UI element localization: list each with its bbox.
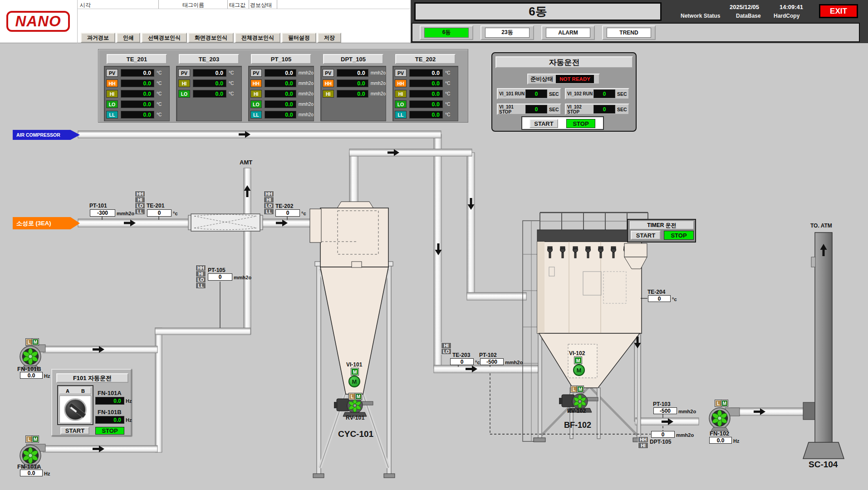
unit-label: °C: [157, 70, 162, 75]
panel-te202: TE_202 PV0.0°CHH0.0°CHI0.0°CLO0.0°CLL0.0…: [392, 49, 458, 123]
rv102-lm-indicator: LM: [571, 386, 584, 392]
limit-value[interactable]: 0.0: [409, 111, 443, 119]
toolbar-button[interactable]: 과거경보: [81, 33, 115, 43]
limit-value[interactable]: 0.0: [121, 69, 154, 77]
pt102-label: PT-102: [479, 352, 497, 358]
panel-row: LO0.0°C: [395, 100, 458, 108]
date-display: 2025/12/05: [730, 4, 759, 10]
limit-value[interactable]: 0.0: [265, 90, 296, 98]
pt105-field-label: PT-105: [208, 267, 226, 273]
panel-title[interactable]: TE_203: [179, 54, 239, 64]
timer-value[interactable]: 0: [593, 105, 615, 114]
alarm-limit-cell: LO: [264, 203, 274, 209]
panel-title[interactable]: PT_105: [251, 54, 311, 64]
pt103-value: -500: [653, 407, 677, 414]
limit-value[interactable]: 0.0: [193, 79, 226, 87]
panel-row: PV0.0°C: [395, 69, 458, 77]
limit-value[interactable]: 0.0: [265, 69, 296, 77]
te201-value: 0: [147, 209, 172, 217]
scada-screen: NANO 시각 태그이름 태그값 경보상태 과거경보인쇄선택경보인식화면경보인식…: [0, 0, 868, 490]
limit-value[interactable]: 0.0: [193, 90, 226, 98]
alarm-limit-cell: HI: [638, 442, 648, 449]
limit-value[interactable]: 0.0: [409, 100, 443, 108]
limit-tag: LL: [250, 111, 262, 119]
timer-stop-button[interactable]: STOP: [664, 231, 694, 240]
unit-label: mmh2o: [678, 409, 696, 414]
limit-value[interactable]: 0.0: [121, 100, 154, 108]
limit-value[interactable]: 0.0: [409, 69, 443, 77]
toolbar-button[interactable]: 인쇄: [117, 33, 140, 43]
te204-value: 0: [648, 295, 671, 302]
unit-label: °C: [157, 112, 162, 117]
nav-button[interactable]: 6동: [424, 28, 469, 38]
te203-field-value: 0: [450, 358, 474, 365]
nav-button[interactable]: 23동: [485, 28, 530, 38]
nav-strip: 6동 23동 ALARM TREND: [412, 23, 860, 42]
rv101-label: RV-101: [346, 415, 364, 421]
panel-body: PV0.0°CHH0.0°CHI0.0°CLO0.0°CLL0.0°C: [392, 66, 458, 121]
dpt105-label: DPT-105: [650, 439, 671, 445]
limit-value[interactable]: 0.0: [265, 79, 296, 87]
limit-value[interactable]: 0.0: [409, 90, 443, 98]
toolbar-button[interactable]: 선택경보인식: [142, 33, 187, 43]
alarm-limit-cell: LL: [135, 208, 145, 215]
panel-title[interactable]: DPT_105: [323, 54, 383, 64]
vi101-motor-icon: M: [348, 376, 360, 387]
panel-title[interactable]: TE_201: [107, 54, 167, 64]
toolbar-button[interactable]: 화면경보인식: [188, 33, 234, 43]
limit-value[interactable]: 0.0: [409, 79, 443, 87]
panel-row: HH0.0°C: [106, 79, 169, 87]
limit-value[interactable]: 0.0: [265, 111, 296, 119]
alarm-limit-cell: HI: [441, 342, 451, 349]
limit-value[interactable]: 0.0: [121, 90, 154, 98]
limit-value[interactable]: 0.0: [121, 111, 154, 119]
toolbar-button[interactable]: 전체경보인식: [235, 33, 280, 43]
exit-button[interactable]: EXIT: [819, 4, 858, 18]
alarm-limit-cell: HI: [264, 197, 274, 203]
pt101-label: PT-101: [89, 203, 107, 209]
unit-label: °C: [157, 81, 162, 86]
f101-stop-button[interactable]: STOP: [95, 427, 124, 435]
kiln-banner: 소성로 (3EA): [13, 217, 80, 229]
auto-start-button[interactable]: START: [530, 119, 558, 128]
timer-label: VI_101 RUN: [499, 91, 525, 96]
timer-field: VI_102 RUN 0 SEC: [565, 88, 629, 99]
f101-start-button[interactable]: START: [60, 427, 89, 435]
fn101a-lm-indicator: LM: [26, 436, 39, 442]
nano-logo: NANO: [6, 11, 70, 32]
selector-knob[interactable]: [64, 398, 87, 421]
ready-label: 준비상태: [530, 75, 553, 83]
limit-value[interactable]: 0.0: [193, 69, 226, 77]
toolbar-button[interactable]: 필터설정: [282, 33, 316, 43]
limit-value[interactable]: 0.0: [121, 79, 154, 87]
panel-row: LO0.0mmh2o: [250, 100, 314, 108]
local-indicator: L: [349, 393, 355, 400]
limit-value[interactable]: 0.0: [337, 90, 368, 98]
timer-start-button[interactable]: START: [631, 231, 661, 240]
timer-value[interactable]: 0: [525, 89, 547, 98]
local-indicator: L: [571, 386, 577, 392]
limit-value[interactable]: 0.0: [265, 100, 296, 108]
limit-value[interactable]: 0.0: [337, 69, 368, 77]
timer-value[interactable]: 0: [593, 89, 615, 98]
timer-label: VI_101 STOP: [499, 104, 525, 114]
panel-title[interactable]: TE_202: [395, 54, 456, 64]
panel-row: HH0.0mmh2o: [323, 79, 386, 87]
heat-exchanger: [188, 214, 263, 231]
nav-button[interactable]: TREND: [607, 28, 651, 38]
time-display: 14:09:41: [780, 4, 803, 10]
unit-label: °C: [445, 112, 450, 117]
fn101a-label: FN-101A: [17, 463, 41, 470]
auto-stop-button[interactable]: STOP: [566, 119, 595, 128]
divider: [77, 9, 410, 9]
limit-tag: HI: [250, 90, 262, 98]
nav-button[interactable]: ALARM: [546, 28, 590, 38]
unit-label: mmh2o: [505, 360, 523, 365]
unit-label: °c: [173, 211, 178, 216]
limit-value[interactable]: 0.0: [337, 79, 368, 87]
panel-row: PV0.0mmh2o: [323, 69, 386, 77]
timer-value[interactable]: 0: [525, 105, 547, 114]
alarm-limit-cell: HI: [135, 197, 145, 203]
toolbar-button[interactable]: 저장: [318, 33, 341, 43]
unit-label: °c: [672, 297, 677, 302]
